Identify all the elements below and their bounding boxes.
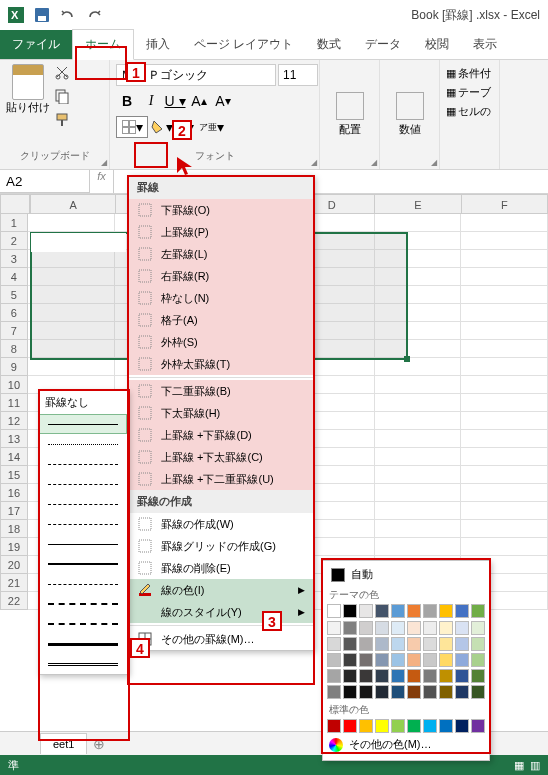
- line-style-option[interactable]: [39, 494, 127, 514]
- color-swatch[interactable]: [375, 604, 389, 618]
- line-style-option[interactable]: [39, 594, 127, 614]
- border-menu-item[interactable]: 右罫線(R): [129, 265, 313, 287]
- color-swatch[interactable]: [439, 604, 453, 618]
- row-header[interactable]: 18: [0, 520, 28, 538]
- redo-button[interactable]: [82, 3, 106, 27]
- sheet-tab-1[interactable]: eet1: [40, 733, 87, 754]
- cell[interactable]: [461, 538, 548, 556]
- border-menu-item[interactable]: 格子(A): [129, 309, 313, 331]
- tab-page-layout[interactable]: ページ レイアウト: [182, 30, 305, 59]
- select-all-button[interactable]: [0, 194, 30, 214]
- color-swatch[interactable]: [327, 685, 341, 699]
- borders-button[interactable]: ▾: [116, 116, 148, 138]
- color-swatch[interactable]: [455, 653, 469, 667]
- color-swatch[interactable]: [423, 621, 437, 635]
- line-style-option[interactable]: [39, 434, 127, 454]
- row-header[interactable]: 17: [0, 502, 28, 520]
- color-swatch[interactable]: [327, 621, 341, 635]
- view-pagelayout-icon[interactable]: ▥: [530, 759, 540, 772]
- cell[interactable]: [375, 430, 462, 448]
- fill-color-button[interactable]: ▾: [150, 116, 173, 138]
- column-header[interactable]: A: [30, 194, 116, 214]
- row-header[interactable]: 1: [0, 214, 28, 232]
- color-swatch[interactable]: [391, 685, 405, 699]
- color-swatch[interactable]: [407, 685, 421, 699]
- column-header[interactable]: F: [462, 194, 548, 214]
- copy-button[interactable]: [54, 88, 74, 108]
- color-swatch[interactable]: [359, 637, 373, 651]
- border-menu-item[interactable]: 罫線の削除(E): [129, 557, 313, 579]
- underline-button[interactable]: U ▾: [164, 90, 186, 112]
- color-swatch[interactable]: [343, 604, 357, 618]
- line-style-option[interactable]: [39, 474, 127, 494]
- cell[interactable]: [375, 538, 462, 556]
- color-swatch[interactable]: [439, 637, 453, 651]
- color-swatch[interactable]: [455, 621, 469, 635]
- cell-styles-button[interactable]: ▦ セルの: [446, 102, 493, 121]
- color-swatch[interactable]: [455, 669, 469, 683]
- row-header[interactable]: 20: [0, 556, 28, 574]
- cell[interactable]: [461, 268, 548, 286]
- color-swatch[interactable]: [359, 669, 373, 683]
- color-swatch[interactable]: [343, 719, 357, 733]
- cell[interactable]: [375, 412, 462, 430]
- undo-button[interactable]: [56, 3, 80, 27]
- color-swatch[interactable]: [375, 621, 389, 635]
- color-swatch[interactable]: [343, 685, 357, 699]
- phonetic-button[interactable]: ア亜▾: [199, 116, 224, 138]
- cut-button[interactable]: [54, 64, 74, 84]
- color-swatch[interactable]: [407, 604, 421, 618]
- color-swatch[interactable]: [327, 669, 341, 683]
- color-swatch[interactable]: [375, 637, 389, 651]
- cell[interactable]: [28, 358, 115, 376]
- color-swatch[interactable]: [327, 653, 341, 667]
- decrease-font-button[interactable]: A▾: [212, 90, 234, 112]
- no-border-option[interactable]: 罫線なし: [39, 391, 127, 414]
- row-header[interactable]: 9: [0, 358, 28, 376]
- color-swatch[interactable]: [407, 637, 421, 651]
- color-swatch[interactable]: [359, 653, 373, 667]
- font-dialog-launcher[interactable]: ◢: [311, 158, 317, 167]
- table-format-button[interactable]: ▦ テーブ: [446, 83, 493, 102]
- row-header[interactable]: 7: [0, 322, 28, 340]
- color-swatch[interactable]: [455, 637, 469, 651]
- color-swatch[interactable]: [455, 719, 469, 733]
- row-header[interactable]: 21: [0, 574, 28, 592]
- bold-button[interactable]: B: [116, 90, 138, 112]
- cell[interactable]: [461, 466, 548, 484]
- color-swatch[interactable]: [375, 719, 389, 733]
- line-style-item[interactable]: 線のスタイル(Y) ▶: [129, 601, 313, 623]
- cell[interactable]: [28, 214, 115, 232]
- border-menu-item[interactable]: 上罫線 +下二重罫線(U): [129, 468, 313, 490]
- cell[interactable]: [461, 322, 548, 340]
- cell[interactable]: [375, 394, 462, 412]
- color-swatch[interactable]: [471, 685, 485, 699]
- color-swatch[interactable]: [471, 621, 485, 635]
- line-color-item[interactable]: 線の色(I) ▶: [129, 579, 313, 601]
- font-size-combo[interactable]: [278, 64, 318, 86]
- color-swatch[interactable]: [439, 621, 453, 635]
- row-header[interactable]: 22: [0, 592, 28, 610]
- row-header[interactable]: 3: [0, 250, 28, 268]
- line-style-option[interactable]: [39, 554, 127, 574]
- row-header[interactable]: 6: [0, 304, 28, 322]
- cell[interactable]: [375, 520, 462, 538]
- row-header[interactable]: 19: [0, 538, 28, 556]
- color-swatch[interactable]: [391, 604, 405, 618]
- color-swatch[interactable]: [391, 719, 405, 733]
- border-menu-item[interactable]: 枠なし(N): [129, 287, 313, 309]
- cell[interactable]: [461, 484, 548, 502]
- color-swatch[interactable]: [423, 669, 437, 683]
- border-menu-item[interactable]: 下二重罫線(B): [129, 380, 313, 402]
- tab-file[interactable]: ファイル: [0, 30, 72, 59]
- color-swatch[interactable]: [375, 669, 389, 683]
- line-style-option[interactable]: [39, 454, 127, 474]
- border-menu-item[interactable]: 罫線グリッドの作成(G): [129, 535, 313, 557]
- cell[interactable]: [461, 520, 548, 538]
- color-swatch[interactable]: [471, 653, 485, 667]
- color-swatch[interactable]: [423, 637, 437, 651]
- color-swatch[interactable]: [439, 653, 453, 667]
- color-swatch[interactable]: [471, 637, 485, 651]
- color-swatch[interactable]: [439, 685, 453, 699]
- italic-button[interactable]: I: [140, 90, 162, 112]
